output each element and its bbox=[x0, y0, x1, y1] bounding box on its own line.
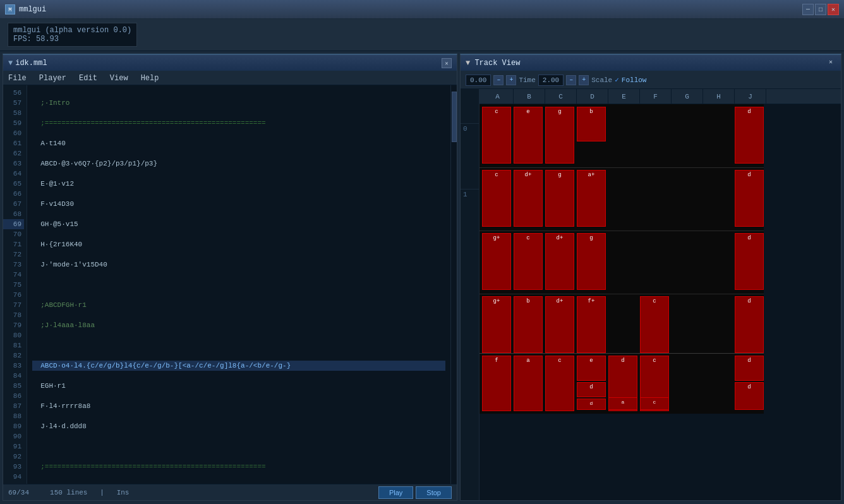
menu-player[interactable]: Player bbox=[37, 73, 69, 84]
track-controls: 0.00 – + Time 2.00 – + Scale ✓ Follow bbox=[461, 71, 841, 89]
col-header-C: C bbox=[545, 89, 577, 104]
maximize-button[interactable]: □ bbox=[815, 4, 826, 15]
track-cell-D3: f+ bbox=[577, 296, 606, 353]
track-cell-A2: g+ bbox=[482, 233, 511, 290]
time-minus-button[interactable]: – bbox=[493, 75, 503, 85]
editor-arrow-icon: ▼ bbox=[8, 59, 13, 68]
edit-mode: Ins bbox=[117, 489, 130, 496]
line-numbers: 5657585960 6162636465 666768 69 70717273… bbox=[3, 85, 27, 484]
time-label: Time bbox=[519, 76, 535, 84]
window-title: mmlgui bbox=[19, 5, 802, 14]
code-content[interactable]: ;·Intro ;===============================… bbox=[27, 85, 450, 484]
track-cell-C3: d+ bbox=[545, 296, 574, 353]
scrollbar-thumb[interactable] bbox=[452, 92, 457, 142]
track-col-headers: A B C D E F G H J bbox=[479, 89, 841, 104]
close-button[interactable]: ✕ bbox=[828, 4, 839, 15]
editor-close-button[interactable]: ✕ bbox=[442, 58, 452, 68]
track-grid: c e g b d c d+ g bbox=[479, 104, 764, 414]
track-header: ▼ Track View ✕ bbox=[461, 55, 841, 71]
editor-scrollbar[interactable] bbox=[450, 85, 457, 484]
status-info: 69/34 150 lines | Ins bbox=[8, 489, 129, 496]
editor-filename: idk.mml bbox=[15, 59, 442, 68]
track-cell-J2: d bbox=[735, 233, 764, 290]
track-cell-J4a: d bbox=[735, 356, 764, 381]
menu-bar: File Player Edit View Help bbox=[3, 71, 457, 85]
code-area: 5657585960 6162636465 666768 69 70717273… bbox=[3, 85, 457, 484]
track-cell-D1: a+ bbox=[577, 170, 606, 227]
track-cell-C4: c bbox=[545, 356, 574, 411]
track-cell-B1: d+ bbox=[514, 170, 543, 227]
col-header-A: A bbox=[482, 89, 514, 104]
track-cell-D4c: d bbox=[577, 399, 606, 410]
stop-button[interactable]: Stop bbox=[416, 486, 452, 499]
track-cell-A1: c bbox=[482, 170, 511, 227]
track-cell-D4b: d bbox=[577, 382, 606, 397]
track-arrow-icon: ▼ bbox=[466, 59, 470, 68]
row-num-0: 0 bbox=[461, 123, 479, 186]
editor-panel: ▼ idk.mml ✕ File Player Edit View Help 5… bbox=[3, 54, 457, 501]
window-controls: ─ □ ✕ bbox=[802, 4, 839, 15]
status-bar: 69/34 150 lines | Ins Play Stop bbox=[3, 484, 457, 500]
track-cell-B0: e bbox=[514, 107, 543, 164]
app-icon: M bbox=[5, 4, 15, 15]
track-cell-A0: c bbox=[482, 107, 511, 164]
track-close-button[interactable]: ✕ bbox=[826, 58, 836, 68]
track-cell-B2: c bbox=[514, 233, 543, 290]
app-info-box: mmlgui (alpha version 0.0) FPS: 58.93 bbox=[8, 23, 137, 47]
col-header-B: B bbox=[514, 89, 545, 104]
track-cell-A4: f bbox=[482, 356, 511, 411]
minimize-button[interactable]: ─ bbox=[802, 4, 814, 15]
menu-help[interactable]: Help bbox=[138, 73, 162, 84]
track-cell-F3: c bbox=[640, 296, 669, 353]
track-view-title: Track View bbox=[474, 59, 826, 68]
track-cell-A3: g+ bbox=[482, 296, 511, 353]
track-cell-D4: e bbox=[577, 356, 606, 381]
track-cell-J0: d bbox=[735, 107, 764, 164]
track-cell-J1: d bbox=[735, 170, 764, 227]
time-plus-button[interactable]: + bbox=[506, 75, 516, 85]
track-cell-J4b: d bbox=[735, 382, 764, 410]
cursor-position: 69/34 bbox=[8, 489, 29, 496]
line-count: 150 lines bbox=[50, 489, 87, 496]
col-header-J: J bbox=[735, 89, 766, 104]
track-cell-D0: b bbox=[577, 107, 606, 141]
col-header-D: D bbox=[577, 89, 608, 104]
playback-buttons: Play Stop bbox=[378, 486, 452, 499]
track-view-content: 0 1 A B C D E F G H J bbox=[461, 89, 841, 500]
title-bar: M mmlgui ─ □ ✕ bbox=[0, 0, 844, 19]
follow-label: Follow bbox=[622, 76, 647, 84]
time-start-value: 0.00 bbox=[466, 75, 491, 86]
col-header-G: G bbox=[672, 89, 703, 104]
track-cell-D2: g bbox=[577, 233, 606, 290]
menu-file[interactable]: File bbox=[6, 73, 29, 84]
app-version-label: mmlgui (alpha version 0.0) bbox=[13, 26, 131, 35]
row-num-1: 1 bbox=[461, 189, 479, 252]
track-panel: ▼ Track View ✕ 0.00 – + Time 2.00 – + Sc… bbox=[460, 54, 841, 501]
track-cell-C0: g bbox=[545, 107, 574, 164]
time-value-minus-button[interactable]: – bbox=[566, 75, 576, 85]
follow-checkbox-area[interactable]: ✓ Follow bbox=[615, 76, 646, 84]
track-cell-B3: b bbox=[514, 296, 543, 353]
fps-label: FPS: 58.93 bbox=[13, 35, 131, 44]
menu-edit[interactable]: Edit bbox=[76, 73, 100, 84]
time-value: 2.00 bbox=[538, 75, 564, 86]
time-value-plus-button[interactable]: + bbox=[579, 75, 589, 85]
track-cell-J3: d bbox=[735, 296, 764, 353]
col-header-H: H bbox=[703, 89, 735, 104]
track-cell-B4: a bbox=[514, 356, 543, 411]
col-header-F: F bbox=[640, 89, 672, 104]
track-cell-C2: d+ bbox=[545, 233, 574, 290]
scale-label: Scale bbox=[591, 76, 612, 84]
follow-checkmark: ✓ bbox=[615, 76, 619, 84]
info-bar: mmlgui (alpha version 0.0) FPS: 58.93 bbox=[0, 19, 844, 51]
track-cell-C1: g bbox=[545, 170, 574, 227]
play-button[interactable]: Play bbox=[378, 486, 413, 499]
track-grid-area: A B C D E F G H J c e bbox=[479, 89, 841, 500]
track-cell-F4c: c bbox=[640, 397, 669, 410]
menu-view[interactable]: View bbox=[107, 73, 131, 84]
editor-header: ▼ idk.mml ✕ bbox=[3, 55, 457, 71]
track-row-numbers: 0 1 bbox=[461, 89, 479, 500]
main-content: ▼ idk.mml ✕ File Player Edit View Help 5… bbox=[0, 51, 844, 503]
track-cell-E4c: a bbox=[608, 397, 637, 410]
col-header-E: E bbox=[608, 89, 640, 104]
